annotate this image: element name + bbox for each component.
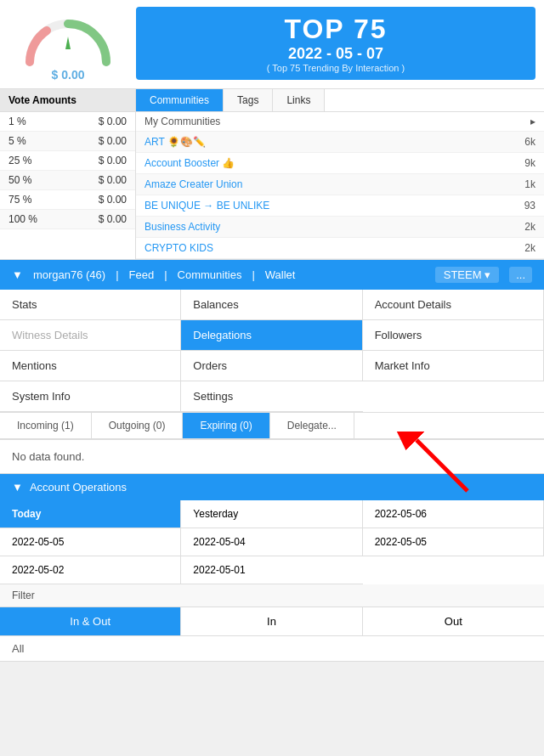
stats-cell-market-info[interactable]: Market Info — [363, 351, 544, 381]
vote-pct-75: 75 % — [8, 194, 31, 206]
filter-label: Filter — [0, 584, 544, 607]
pipe-divider: | — [252, 268, 254, 281]
ops-date-2022-05-01[interactable]: 2022-05-01 — [181, 556, 362, 584]
vote-row: 25 % $ 0.00 — [0, 151, 135, 171]
community-item[interactable]: ART 🌻🎨✏️ 6k — [136, 132, 544, 153]
ops-date-2022-05-04[interactable]: 2022-05-04 — [181, 528, 362, 556]
stats-cell-followers[interactable]: Followers — [363, 320, 544, 351]
community-name[interactable]: Account Booster 👍 — [144, 157, 235, 169]
username[interactable]: morgan76 (46) — [33, 268, 105, 281]
community-item[interactable]: CRYPTO KIDS 2k — [136, 238, 544, 259]
vote-amounts-header: Vote Amounts — [0, 89, 135, 112]
vote-pct-50: 50 % — [8, 174, 31, 186]
community-item[interactable]: Amaze Creater Union 1k — [136, 174, 544, 195]
community-name[interactable]: Business Activity — [144, 221, 220, 233]
ops-date-2022-05-05b[interactable]: 2022-05-05 — [363, 528, 544, 556]
stats-cell-account-details[interactable]: Account Details — [363, 290, 544, 320]
vote-val-75: $ 0.00 — [99, 194, 127, 206]
top75-box: TOP 75 2022 - 05 - 07 ( Top 75 Trending … — [136, 7, 536, 80]
community-count: 93 — [524, 200, 536, 212]
community-name[interactable]: BE UNIQUE → BE UNLIKE — [144, 200, 269, 212]
vote-pct-100: 100 % — [8, 213, 37, 225]
community-count: 1k — [524, 178, 536, 190]
collapse-icon[interactable]: ▼ — [12, 268, 23, 281]
vote-val-5: $ 0.00 — [99, 135, 127, 147]
top-row: $ 0.00 TOP 75 2022 - 05 - 07 ( Top 75 Tr… — [0, 0, 544, 88]
gauge-area: $ 0.00 — [8, 7, 128, 82]
stats-cell-balances[interactable]: Balances — [181, 290, 362, 320]
community-name[interactable]: Amaze Creater Union — [144, 178, 242, 190]
stats-cell-system-info[interactable]: System Info — [0, 381, 181, 412]
community-count: 2k — [524, 242, 536, 254]
no-data-text: No data found. — [12, 450, 84, 463]
dollar-amount: $ 0.00 — [52, 68, 85, 82]
more-options-button[interactable]: ... — [509, 267, 532, 283]
tab-incoming[interactable]: Incoming (1) — [0, 413, 92, 438]
tab-delegate[interactable]: Delegate... — [270, 413, 354, 438]
vote-row: 75 % $ 0.00 — [0, 190, 135, 210]
filter-tab-out[interactable]: Out — [363, 607, 544, 635]
account-operations-label: Account Operations — [30, 481, 127, 494]
tab-outgoing[interactable]: Outgoing (0) — [92, 413, 184, 438]
feed-link[interactable]: Feed — [129, 268, 155, 281]
community-item[interactable]: Account Booster 👍 9k — [136, 153, 544, 174]
morgan-header: ▼ morgan76 (46) | Feed | Communities | W… — [0, 260, 544, 290]
stats-cell-delegations[interactable]: Delegations — [181, 320, 362, 351]
ops-date-2022-05-02[interactable]: 2022-05-02 — [0, 556, 181, 584]
wallet-link[interactable]: Wallet — [265, 268, 296, 281]
pipe-divider: | — [164, 268, 167, 281]
community-count: 6k — [524, 136, 536, 148]
my-communities-label: My Communities ▸ — [136, 112, 544, 132]
stats-cell-witness-details[interactable]: Witness Details — [0, 320, 181, 351]
svg-line-2 — [416, 440, 468, 491]
vote-row: 50 % $ 0.00 — [0, 171, 135, 190]
tab-communities[interactable]: Communities — [136, 89, 224, 111]
steem-button[interactable]: STEEM ▾ — [435, 267, 499, 283]
filter-tabs: In & Out In Out — [0, 607, 544, 636]
community-name[interactable]: CRYPTO KIDS — [144, 242, 213, 254]
no-data-area: No data found. — [0, 440, 544, 474]
gauge-svg — [21, 7, 115, 66]
ops-date-today[interactable]: Today — [0, 500, 181, 528]
communities-link[interactable]: Communities — [178, 268, 242, 281]
community-count: 2k — [524, 221, 536, 233]
stats-cell-orders[interactable]: Orders — [181, 351, 362, 381]
vote-val-100: $ 0.00 — [99, 213, 127, 225]
collapse-icon[interactable]: ▼ — [12, 481, 23, 494]
stats-grid: Stats Balances Account Details Witness D… — [0, 290, 544, 413]
community-count: 9k — [524, 157, 536, 169]
ops-date-yesterday[interactable]: Yesterday — [181, 500, 362, 528]
vote-val-50: $ 0.00 — [99, 174, 127, 186]
ops-dates-grid: Today Yesterday 2022-05-06 2022-05-05 20… — [0, 500, 544, 584]
mid-row: Vote Amounts 1 % $ 0.00 5 % $ 0.00 25 % … — [0, 88, 544, 259]
top75-date: 2022 - 05 - 07 — [150, 45, 522, 63]
vote-val-25: $ 0.00 — [99, 155, 127, 166]
tab-links[interactable]: Links — [273, 89, 325, 111]
vote-val-1: $ 0.00 — [99, 116, 127, 127]
tab-expiring[interactable]: Expiring (0) — [183, 413, 269, 438]
red-arrow-icon — [391, 432, 476, 499]
vote-row: 5 % $ 0.00 — [0, 132, 135, 151]
stats-cell-settings[interactable]: Settings — [181, 381, 362, 412]
vote-pct-1: 1 % — [8, 116, 26, 127]
community-item[interactable]: Business Activity 2k — [136, 217, 544, 238]
svg-marker-0 — [65, 37, 71, 49]
top75-subtitle: ( Top 75 Trending By Interaction ) — [150, 63, 522, 73]
tab-tags[interactable]: Tags — [224, 89, 273, 111]
vote-pct-25: 25 % — [8, 155, 31, 166]
community-name[interactable]: ART 🌻🎨✏️ — [144, 136, 206, 148]
communities-tabs: Communities Tags Links — [136, 89, 544, 112]
all-label: All — [0, 636, 544, 662]
vote-row: 1 % $ 0.00 — [0, 112, 135, 132]
filter-tab-in[interactable]: In — [181, 607, 362, 635]
stats-cell-mentions[interactable]: Mentions — [0, 351, 181, 381]
top75-number: TOP 75 — [150, 14, 522, 45]
stats-cell-stats[interactable]: Stats — [0, 290, 181, 320]
vote-amounts: Vote Amounts 1 % $ 0.00 5 % $ 0.00 25 % … — [0, 89, 136, 259]
ops-date-2022-05-05a[interactable]: 2022-05-05 — [0, 528, 181, 556]
filter-tab-in-and-out[interactable]: In & Out — [0, 607, 181, 635]
vote-pct-5: 5 % — [8, 135, 26, 147]
pipe-divider: | — [116, 268, 118, 281]
community-item[interactable]: BE UNIQUE → BE UNLIKE 93 — [136, 195, 544, 217]
ops-date-2022-05-06[interactable]: 2022-05-06 — [363, 500, 544, 528]
